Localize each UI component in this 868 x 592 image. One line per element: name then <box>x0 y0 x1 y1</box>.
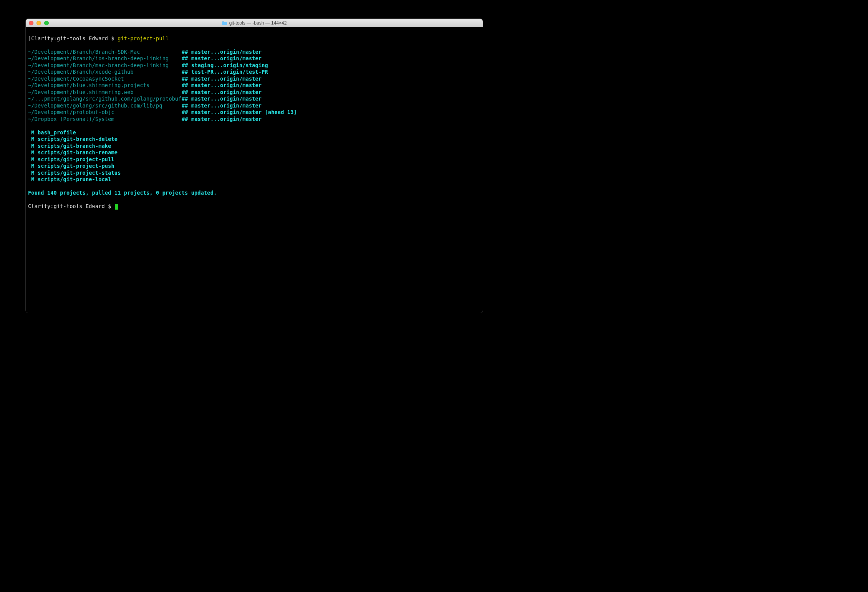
project-row: ~/...pment/golang/src/github.com/golang/… <box>28 96 480 103</box>
project-status: ## master...origin/master <box>182 116 480 123</box>
project-row: ~/Development/CocoaAsyncSocket## master.… <box>28 76 480 83</box>
project-row: ~/Development/Branch/xcode-github## test… <box>28 69 480 76</box>
folder-icon <box>222 21 227 25</box>
project-row: ~/Development/Branch/ios-branch-deep-lin… <box>28 55 480 62</box>
modified-file-line: M scripts/git-project-pull <box>28 156 480 163</box>
project-status: ## master...origin/master <box>182 103 480 109</box>
project-path: ~/Dropbox (Personal)/System <box>28 116 182 123</box>
project-row: ~/Development/protobuf-objc## master...o… <box>28 109 480 116</box>
summary-line: Found 140 projects, pulled 11 projects, … <box>28 190 480 197</box>
modified-file-line: M scripts/git-branch-make <box>28 143 480 150</box>
project-status: ## master...origin/master <box>182 49 480 56</box>
project-path: ~/Development/blue.shimmering.projects <box>28 82 182 89</box>
close-button[interactable] <box>29 21 33 25</box>
project-row: ~/Dropbox (Personal)/System## master...o… <box>28 116 480 123</box>
modified-file-line: M scripts/git-branch-delete <box>28 136 480 143</box>
project-status: ## master...origin/master <box>182 55 480 62</box>
project-row: ~/Development/blue.shimmering.web## mast… <box>28 89 480 96</box>
window-title-text: git-tools — -bash — 144×42 <box>229 20 287 26</box>
prompt-line-2: Clarity:git-tools Edward $ <box>28 203 480 210</box>
project-status: ## master...origin/master [ahead 13] <box>182 109 480 116</box>
window-titlebar[interactable]: git-tools — -bash — 144×42 <box>26 19 483 27</box>
project-row: ~/Development/blue.shimmering.projects##… <box>28 82 480 89</box>
project-status: ## master...origin/master <box>182 82 480 89</box>
project-status: ## master...origin/master <box>182 89 480 96</box>
modified-file-line: M bash_profile <box>28 129 480 136</box>
project-status: ## staging...origin/staging <box>182 62 480 69</box>
maximize-button[interactable] <box>44 21 49 25</box>
project-row: ~/Development/Branch/Branch-SDK-Mac## ma… <box>28 49 480 56</box>
project-status: ## master...origin/master <box>182 76 480 83</box>
prompt-host-2: Clarity:git-tools Edward $ <box>28 203 111 209</box>
project-path: ~/Development/CocoaAsyncSocket <box>28 76 182 83</box>
prompt-line-1: [Clarity:git-tools Edward $ git-project-… <box>28 35 480 42</box>
modified-file-line: M scripts/git-prune-local <box>28 176 480 183</box>
project-path: ~/Development/Branch/ios-branch-deep-lin… <box>28 55 182 62</box>
terminal-content[interactable]: [Clarity:git-tools Edward $ git-project-… <box>26 27 483 225</box>
project-path: ~/Development/Branch/mac-branch-deep-lin… <box>28 62 182 69</box>
project-path: ~/...pment/golang/src/github.com/golang/… <box>28 96 182 103</box>
prompt-host: Clarity:git-tools Edward $ <box>31 35 114 41</box>
project-status: ## test-PR...origin/test-PR <box>182 69 480 76</box>
project-status: ## master...origin/master <box>182 96 480 103</box>
modified-file-line: M scripts/git-project-push <box>28 163 480 170</box>
project-row: ~/Development/golang/src/github.com/lib/… <box>28 103 480 109</box>
project-path: ~/Development/Branch/xcode-github <box>28 69 182 76</box>
minimize-button[interactable] <box>36 21 41 25</box>
modified-file-line: M scripts/git-project-status <box>28 170 480 177</box>
project-path: ~/Development/Branch/Branch-SDK-Mac <box>28 49 182 56</box>
project-path: ~/Development/golang/src/github.com/lib/… <box>28 103 182 109</box>
window-title: git-tools — -bash — 144×42 <box>29 20 480 26</box>
project-path: ~/Development/protobuf-objc <box>28 109 182 116</box>
window-controls <box>29 21 49 25</box>
cursor-block <box>115 204 118 210</box>
terminal-window: git-tools — -bash — 144×42 [Clarity:git-… <box>25 18 483 313</box>
project-path: ~/Development/blue.shimmering.web <box>28 89 182 96</box>
command-text: git-project-pull <box>118 35 169 41</box>
modified-file-line: M scripts/git-branch-rename <box>28 149 480 156</box>
project-row: ~/Development/Branch/mac-branch-deep-lin… <box>28 62 480 69</box>
